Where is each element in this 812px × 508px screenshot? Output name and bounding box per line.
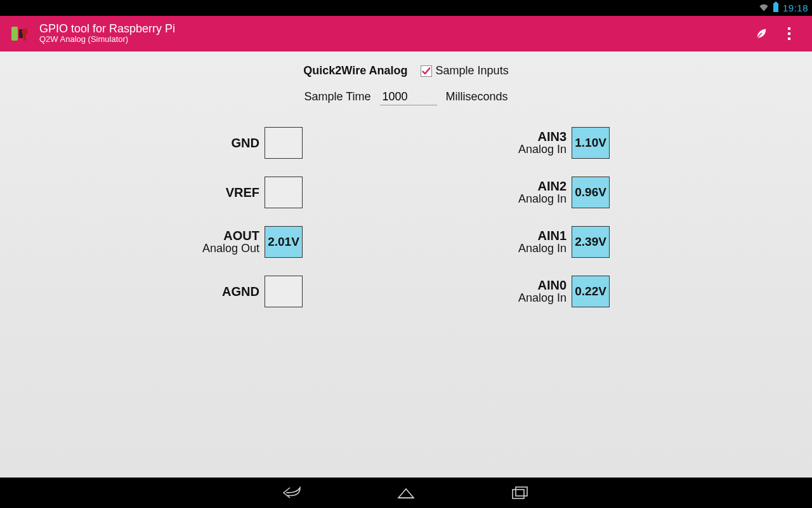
svg-rect-1 bbox=[773, 3, 778, 12]
wifi-icon bbox=[759, 3, 769, 13]
app-title: GPIO tool for Raspberry Pi bbox=[39, 22, 175, 36]
pin-value-box[interactable] bbox=[265, 127, 303, 159]
pin-name: GND bbox=[232, 136, 259, 150]
main-content: Quick2Wire Analog Sample Inputs Sample T… bbox=[0, 51, 812, 478]
app-subtitle: Q2W Analog (Simulator) bbox=[39, 35, 175, 44]
pins-area: GNDVREFAOUTAnalog Out2.01VAGND AIN3Analo… bbox=[0, 127, 812, 307]
pin-subtitle: Analog In bbox=[518, 144, 566, 156]
pin-row-ain2: AIN2Analog In0.96V bbox=[518, 177, 610, 208]
nav-bar bbox=[0, 478, 812, 508]
left-pin-column: GNDVREFAOUTAnalog Out2.01VAGND bbox=[202, 127, 303, 307]
pin-name: AIN2 bbox=[537, 179, 566, 193]
pin-name: VREF bbox=[226, 185, 259, 199]
pin-labels: AGND bbox=[222, 284, 259, 298]
pin-value-box[interactable]: 2.39V bbox=[572, 226, 610, 258]
right-pin-column: AIN3Analog In1.10VAIN2Analog In0.96VAIN1… bbox=[518, 127, 610, 307]
pin-labels: AIN2Analog In bbox=[518, 179, 566, 206]
pin-value-box[interactable] bbox=[265, 177, 303, 208]
svg-rect-2 bbox=[11, 27, 18, 41]
svg-rect-8 bbox=[516, 487, 527, 496]
sample-inputs-checkbox[interactable]: Sample Inputs bbox=[421, 64, 509, 77]
pin-name: AGND bbox=[222, 284, 259, 298]
pin-value-box[interactable]: 0.96V bbox=[572, 177, 610, 208]
pin-subtitle: Analog In bbox=[518, 193, 566, 206]
status-clock: 19:18 bbox=[783, 3, 808, 13]
sample-time-label: Sample Time bbox=[304, 90, 370, 104]
pin-subtitle: Analog In bbox=[518, 292, 566, 305]
app-icon[interactable] bbox=[9, 23, 30, 44]
nav-recents-icon[interactable] bbox=[508, 480, 533, 505]
svg-rect-0 bbox=[775, 2, 777, 3]
pin-row-aout: AOUTAnalog Out2.01V bbox=[202, 226, 303, 258]
checkbox-label: Sample Inputs bbox=[436, 64, 509, 77]
pin-name: AIN3 bbox=[537, 130, 566, 144]
nav-back-icon[interactable] bbox=[279, 480, 304, 505]
pin-subtitle: Analog In bbox=[518, 243, 566, 255]
pin-row-ain3: AIN3Analog In1.10V bbox=[518, 127, 610, 159]
pin-row-gnd: GND bbox=[202, 127, 303, 159]
svg-point-4 bbox=[22, 29, 28, 35]
svg-rect-7 bbox=[513, 490, 524, 498]
content-title: Quick2Wire Analog bbox=[303, 64, 407, 77]
sample-time-input[interactable] bbox=[380, 89, 437, 105]
sample-time-row: Sample Time Milliseconds bbox=[0, 89, 812, 105]
pin-row-vref: VREF bbox=[202, 177, 303, 208]
pin-labels: VREF bbox=[226, 185, 259, 199]
nav-home-icon[interactable] bbox=[393, 480, 419, 505]
pin-value-box[interactable]: 2.01V bbox=[265, 226, 303, 258]
header-row: Quick2Wire Analog Sample Inputs bbox=[0, 64, 812, 77]
battery-icon bbox=[773, 2, 779, 14]
pin-value-box[interactable]: 1.10V bbox=[572, 127, 610, 159]
pin-row-ain1: AIN1Analog In2.39V bbox=[518, 226, 610, 258]
pin-name: AIN0 bbox=[537, 278, 566, 292]
overflow-menu-icon[interactable] bbox=[775, 20, 803, 48]
svg-rect-5 bbox=[23, 34, 26, 41]
status-bar: 19:18 bbox=[0, 0, 812, 16]
pin-row-agnd: AGND bbox=[202, 276, 303, 307]
pin-labels: AOUTAnalog Out bbox=[202, 229, 259, 255]
pin-name: AIN1 bbox=[537, 229, 566, 243]
action-leaf-icon[interactable] bbox=[747, 20, 775, 48]
checkbox-icon bbox=[421, 65, 432, 77]
pin-labels: AIN0Analog In bbox=[518, 278, 566, 305]
pin-row-ain0: AIN0Analog In0.22V bbox=[518, 276, 610, 307]
pin-value-box[interactable]: 0.22V bbox=[572, 276, 610, 307]
pin-labels: GND bbox=[232, 136, 259, 150]
pin-value-box[interactable] bbox=[265, 276, 303, 307]
pin-subtitle: Analog Out bbox=[202, 243, 259, 255]
pin-labels: AIN1Analog In bbox=[518, 229, 566, 255]
app-bar: GPIO tool for Raspberry Pi Q2W Analog (S… bbox=[0, 16, 812, 51]
sample-time-unit: Milliseconds bbox=[446, 90, 508, 104]
pin-labels: AIN3Analog In bbox=[518, 130, 566, 156]
pin-name: AOUT bbox=[223, 229, 259, 243]
